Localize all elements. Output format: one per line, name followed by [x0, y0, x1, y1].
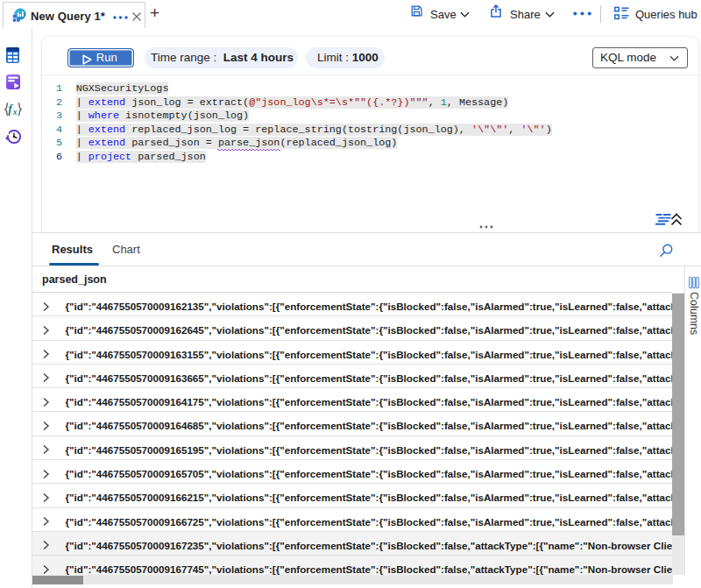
- svg-text:x: x: [12, 108, 18, 117]
